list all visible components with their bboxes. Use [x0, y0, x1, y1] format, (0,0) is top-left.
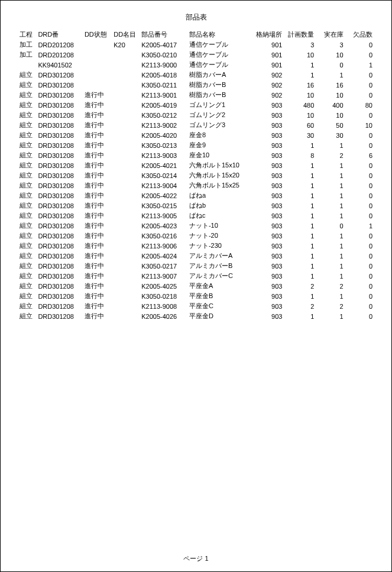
cell-ddname: [112, 261, 140, 271]
col-header-stock: 実在庫: [315, 30, 344, 40]
cell-partno: K2113-9005: [140, 211, 188, 221]
cell-loc: 903: [252, 180, 284, 190]
cell-ddstatus: 進行中: [83, 311, 112, 321]
cell-partname: 平座金C: [188, 301, 252, 311]
cell-short: 0: [345, 180, 374, 190]
cell-ddname: [112, 211, 140, 221]
cell-process: 組立: [18, 261, 37, 271]
cell-process: 組立: [18, 311, 37, 321]
cell-stock: 1: [315, 180, 344, 190]
cell-short: 80: [345, 100, 374, 110]
table-row: 組立DRD301208進行中K2113-9005ばねc903110: [18, 211, 374, 221]
table-row: 組立DRD301208進行中K2005-4023ナット-10903101: [18, 221, 374, 231]
cell-partno: K2113-9001: [140, 90, 188, 100]
cell-short: 0: [345, 160, 374, 170]
cell-partno: K2005-4020: [140, 130, 188, 140]
cell-plan: 1: [283, 291, 315, 301]
cell-partno: K2005-4024: [140, 251, 188, 261]
cell-loc: 901: [252, 40, 284, 50]
cell-partname: ばねc: [188, 211, 252, 221]
page-footer: ページ 1: [1, 554, 391, 563]
cell-ddstatus: 進行中: [83, 140, 112, 150]
cell-ddname: [112, 301, 140, 311]
cell-stock: 0: [315, 60, 344, 70]
cell-process: 加工: [18, 50, 37, 60]
cell-short: 6: [345, 150, 374, 160]
cell-drd: DRD301208: [37, 100, 83, 110]
cell-ddname: [112, 281, 140, 291]
cell-loc: 903: [252, 100, 284, 110]
cell-stock: 2: [315, 281, 344, 291]
table-row: 加工DRD201208K20K2005-4017通信ケーブル901330: [18, 40, 374, 50]
cell-process: 組立: [18, 221, 37, 231]
cell-ddname: [112, 110, 140, 120]
cell-process: 組立: [18, 180, 37, 190]
cell-drd: DRD301208: [37, 130, 83, 140]
col-header-plan: 計画数量: [283, 30, 315, 40]
cell-plan: 1: [283, 190, 315, 201]
cell-partname: 座金10: [188, 150, 252, 160]
cell-ddstatus: 進行中: [83, 211, 112, 221]
cell-stock: 1: [315, 271, 344, 281]
table-row: 組立DRD301208進行中K2113-9004六角ボルト15x25903110: [18, 180, 374, 190]
cell-process: 組立: [18, 271, 37, 281]
cell-process: 組立: [18, 201, 37, 211]
cell-partno: K3050-0213: [140, 140, 188, 150]
cell-plan: 16: [283, 80, 315, 90]
cell-ddstatus: 進行中: [83, 150, 112, 160]
cell-ddname: [112, 170, 140, 180]
cell-drd: DRD301208: [37, 90, 83, 100]
cell-ddstatus: 進行中: [83, 100, 112, 110]
table-row: KK9401502K2113-9000通信ケーブル901101: [18, 60, 374, 70]
cell-loc: 903: [252, 271, 284, 281]
cell-drd: DRD301208: [37, 160, 83, 170]
cell-ddname: [112, 221, 140, 231]
cell-ddstatus: 進行中: [83, 291, 112, 301]
cell-drd: DRD301208: [37, 140, 83, 150]
cell-drd: DRD301208: [37, 150, 83, 160]
cell-loc: 903: [252, 311, 284, 321]
cell-plan: 30: [283, 130, 315, 140]
cell-partno: K2113-9002: [140, 120, 188, 130]
cell-partno: K2113-9006: [140, 241, 188, 251]
cell-plan: 1: [283, 241, 315, 251]
cell-process: 組立: [18, 211, 37, 221]
cell-stock: 2: [315, 301, 344, 311]
cell-partname: ナット-230: [188, 241, 252, 251]
cell-ddstatus: 進行中: [83, 231, 112, 241]
cell-ddname: [112, 251, 140, 261]
table-row: 組立DRD301208進行中K2005-4025平座金A903220: [18, 281, 374, 291]
cell-drd: DRD301208: [37, 301, 83, 311]
cell-ddname: [112, 291, 140, 301]
cell-short: 0: [345, 130, 374, 140]
cell-ddstatus: 進行中: [83, 90, 112, 100]
cell-plan: 1: [283, 311, 315, 321]
cell-partno: K3050-0218: [140, 291, 188, 301]
cell-process: 組立: [18, 190, 37, 201]
cell-partno: K3050-0211: [140, 80, 188, 90]
cell-drd: DRD201208: [37, 40, 83, 50]
cell-stock: 16: [315, 80, 344, 90]
cell-drd: DRD301208: [37, 291, 83, 301]
cell-plan: 3: [283, 40, 315, 50]
cell-process: 組立: [18, 241, 37, 251]
table-row: 組立DRD301208進行中K2005-4026平座金D903110: [18, 311, 374, 321]
cell-plan: 1: [283, 70, 315, 80]
table-row: 組立DRD301208進行中K2113-9008平座金C903220: [18, 301, 374, 311]
cell-short: 0: [345, 231, 374, 241]
cell-plan: 1: [283, 170, 315, 180]
parts-table: 工程 DRD番 DD状態 DD名目 部品番号 部品名称 格納場所 計画数量 実在…: [18, 30, 374, 321]
cell-short: 0: [345, 251, 374, 261]
cell-drd: DRD301208: [37, 241, 83, 251]
cell-drd: DRD301208: [37, 251, 83, 261]
header-row: 工程 DRD番 DD状態 DD名目 部品番号 部品名称 格納場所 計画数量 実在…: [18, 30, 374, 40]
cell-short: 0: [345, 80, 374, 90]
table-row: 加工DRD201208K3050-0210通信ケーブル90110100: [18, 50, 374, 60]
table-row: 組立DRD301208進行中K2113-9007アルミカバーC903110: [18, 271, 374, 281]
cell-ddname: [112, 190, 140, 201]
cell-partname: アルミカバーC: [188, 271, 252, 281]
cell-stock: 50: [315, 120, 344, 130]
cell-stock: 1: [315, 211, 344, 221]
table-row: 組立DRD301208進行中K3050-0217アルミカバーB903110: [18, 261, 374, 271]
cell-stock: 10: [315, 110, 344, 120]
